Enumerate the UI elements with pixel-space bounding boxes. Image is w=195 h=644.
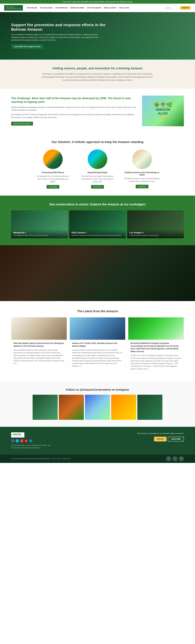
challenge-art-label: AMAZONALIVE <box>154 108 173 116</box>
ig-photo-1[interactable] <box>33 395 58 420</box>
copyright-text: © 2021 Amazon Conservation Association. … <box>11 458 50 460</box>
solution-card-empowering-people: Empowering People We partner with and su… <box>79 150 116 188</box>
villa-carmen-overlay: Villa Carmen > Adventures right where th… <box>69 229 126 238</box>
main-nav: WHO WE ARE THE CHALLENGE OUR APPROACH WH… <box>27 7 165 9</box>
footer-address: 1012 14th Street NW · Suite 625 · Washin… <box>11 444 95 449</box>
footer-subscribe-button[interactable]: SUBSCRIBE <box>168 437 184 442</box>
linkedin-label: in <box>30 440 31 442</box>
nav-who-we-are[interactable]: WHO WE ARE <box>27 7 37 9</box>
ig-photo-3[interactable] <box>85 395 110 420</box>
putting-science-learn-more[interactable]: Learn More <box>136 185 149 188</box>
los-amigos-overlay: Los Amigos > Lowland forests, primates, … <box>127 229 184 238</box>
seal-1: ★ <box>166 456 171 461</box>
nav-our-approach[interactable]: OUR APPROACH <box>55 7 68 9</box>
youtube-icon[interactable]: ▶ <box>24 439 28 442</box>
nav-where-we-work[interactable]: WHERE WE WORK <box>70 7 84 9</box>
footer-seals: ★ ✓ 🏆 <box>166 456 184 461</box>
ecolodges-section: See conservation in action: Explore the … <box>0 196 195 245</box>
beetle-image <box>11 318 67 340</box>
donate-button[interactable]: DONATE <box>180 6 191 10</box>
putting-science-description: We apply the latest in science and techn… <box>124 177 160 182</box>
ecolodge-cards: Wayqecha > Your gateway to Manu, Pischu,… <box>11 210 184 238</box>
wild-places-image <box>43 150 63 169</box>
article-beetle[interactable]: Nine New Beetle Species Discovered at Ou… <box>11 317 67 373</box>
ig-photo-4[interactable] <box>111 395 136 420</box>
solution-cards: Protecting Wild Places We safeguard the … <box>11 150 184 188</box>
footer-logo[interactable]: AMAZON CONSERVATION <box>11 432 24 438</box>
challenge-button[interactable]: Why Protect the Amazon <box>11 122 33 126</box>
privacy-link[interactable]: Privacy Policy <box>51 458 60 460</box>
top-bar[interactable]: Click here to support fire prevention an… <box>0 0 195 4</box>
footer-left: AMAZON CONSERVATION f t i ▶ in 1012 14th… <box>11 432 95 449</box>
header-right: DONATE <box>165 6 191 10</box>
ig-photo-5[interactable] <box>137 395 162 420</box>
ecolodge-los-amigos[interactable]: Los Amigos > Lowland forests, primates, … <box>127 210 184 238</box>
hero-cta-button[interactable]: Learn What Your Support Can Do <box>11 44 44 49</box>
article-fire-tracker[interactable]: Amazon Fire Tracker 2021: Brazilian Amaz… <box>70 317 125 373</box>
footer-right: The Amazon is essential for our survival… <box>100 432 184 442</box>
instagram-icon[interactable]: i <box>20 439 23 442</box>
facebook-label: f <box>12 440 13 442</box>
footer: AMAZON CONSERVATION f t i ▶ in 1012 14th… <box>0 427 195 454</box>
footer-donate-button[interactable]: DONATE <box>154 437 167 442</box>
putting-science-title: Putting Science and Technology to Work <box>124 171 160 176</box>
wayqecha-overlay: Wayqecha > Your gateway to Manu, Pischu,… <box>11 229 68 238</box>
instagram-title: Follow us @AmazonConservation on Instagr… <box>11 388 184 391</box>
linkedin-icon[interactable]: in <box>29 439 32 442</box>
nav-take-action[interactable]: TAKE ACTION <box>119 7 129 9</box>
footer-logo-text: AMAZON <box>12 433 23 436</box>
terms-link[interactable]: Terms of Use <box>62 458 70 460</box>
twitter-icon[interactable]: t <box>15 439 19 442</box>
wayqecha-description: Your gateway to Manu, Pischu, and the cl… <box>13 234 66 236</box>
footer-tagline: The Amazon is essential for our survival… <box>100 432 184 434</box>
nav-news-events[interactable]: NEWS & EVENTS <box>104 7 116 9</box>
fire-tracker-excerpt: Last year (2020), we demonstrated the po… <box>72 349 123 368</box>
footer-social: f t i ▶ in <box>11 439 95 442</box>
footer-bottom: © 2021 Amazon Conservation Association. … <box>0 454 195 463</box>
ig-photo-2[interactable] <box>59 395 84 420</box>
fire-tracker-image <box>70 318 125 340</box>
empowering-people-description: We partner with and support local people… <box>79 175 116 183</box>
solution-section: Our Solution: A holistic approach to kee… <box>0 133 195 196</box>
search-input[interactable] <box>165 6 179 9</box>
challenge-p1: Despite its globally-acknowledged import… <box>11 106 137 112</box>
instagram-section: Follow us @AmazonConservation on Instagr… <box>0 381 195 427</box>
empowering-people-title: Empowering People <box>79 171 116 174</box>
mission-title: Uniting science, people, and innovation … <box>14 66 181 70</box>
ecolodges-title: See conservation in action: Explore the … <box>11 202 184 206</box>
los-amigos-name: Los Amigos > <box>129 232 182 234</box>
seal-2: ✓ <box>173 456 178 461</box>
empowering-people-learn-more[interactable]: Learn More <box>91 185 104 188</box>
hero-title: Support fire prevention and response eff… <box>11 23 109 32</box>
los-amigos-description: Lowland forests, primates, and birds gal… <box>129 234 182 236</box>
wild-places-learn-more[interactable]: Learn More <box>46 185 59 188</box>
chuyapi-title: Recently Established Chuyapi Urusayhua C… <box>131 342 182 353</box>
fire-tracker-content: Amazon Fire Tracker 2021: Brazilian Amaz… <box>70 340 125 370</box>
hero-content: Support fire prevention and response eff… <box>11 23 184 49</box>
ecolodge-wayqecha[interactable]: Wayqecha > Your gateway to Manu, Pischu,… <box>11 210 68 238</box>
beetle-content: Nine New Beetle Species Discovered at Ou… <box>11 340 67 367</box>
beetle-excerpt: Nine new beetle species and two new gene… <box>13 349 64 365</box>
nav-visit-amazon[interactable]: VISIT THE AMAZON <box>87 7 101 9</box>
hero-section: Support fire prevention and response eff… <box>0 12 195 60</box>
mission-description: The Amazon is essential for the health o… <box>42 72 153 82</box>
logo-line1: AMAZON <box>6 6 21 8</box>
nav-the-challenge[interactable]: THE CHALLENGE <box>40 7 53 9</box>
youtube-label: ▶ <box>26 440 27 442</box>
header: AMAZON CONSERVATION WHO WE ARE THE CHALL… <box>0 4 195 12</box>
seal-3: 🏆 <box>179 456 184 461</box>
mission-section: Uniting science, people, and innovation … <box>0 60 195 88</box>
putting-science-image <box>132 150 152 169</box>
article-chuyapi[interactable]: Recently Established Chuyapi Urusayhua C… <box>128 317 184 373</box>
footer-buttons: DONATE SUBSCRIBE <box>100 437 184 442</box>
hero-description: Your contributions will directly support… <box>11 33 102 42</box>
ecolodge-villa-carmen[interactable]: Villa Carmen > Adventures right where th… <box>69 210 126 238</box>
logo[interactable]: AMAZON CONSERVATION <box>4 5 23 10</box>
challenge-image: 🌳🌴🌿 AMAZONALIVE ☀️ <box>142 96 184 126</box>
facebook-icon[interactable]: f <box>11 439 14 442</box>
solution-card-wild-places: Protecting Wild Places We safeguard the … <box>35 150 71 188</box>
instagram-grid <box>11 395 184 420</box>
wild-places-title: Protecting Wild Places <box>35 171 71 174</box>
instagram-label: i <box>21 440 22 442</box>
solution-title: Our Solution: A holistic approach to kee… <box>11 140 184 144</box>
